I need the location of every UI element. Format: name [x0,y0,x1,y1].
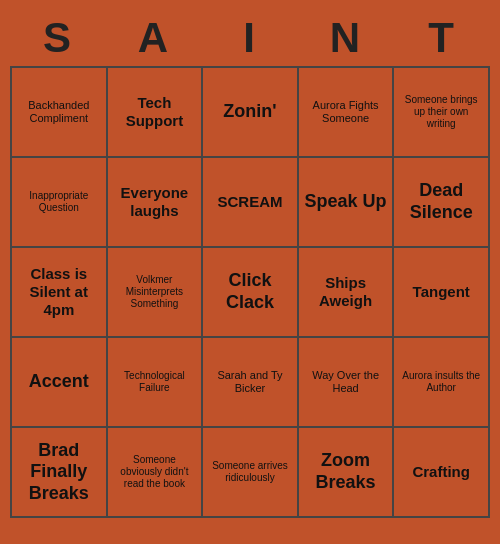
header-letter: I [202,10,298,66]
bingo-cell: Ships Aweigh [299,248,395,338]
cell-label: Zoom Breaks [303,450,389,493]
cell-label: Dead Silence [398,180,484,223]
cell-label: Someone obviously didn't read the book [112,454,198,490]
cell-label: Backhanded Compliment [16,99,102,125]
bingo-cell: Speak Up [299,158,395,248]
bingo-cell: Someone brings up their own writing [394,68,490,158]
cell-label: Aurora Fights Someone [303,99,389,125]
cell-label: Sarah and Ty Bicker [207,369,293,395]
bingo-cell: Tech Support [108,68,204,158]
bingo-cell: Crafting [394,428,490,518]
cell-label: Tangent [413,283,470,301]
bingo-cell: Zoom Breaks [299,428,395,518]
cell-label: Click Clack [207,270,293,313]
header-letter: A [106,10,202,66]
bingo-cell: Tangent [394,248,490,338]
bingo-cell: Aurora Fights Someone [299,68,395,158]
bingo-cell: SCREAM [203,158,299,248]
cell-label: Technological Failure [112,370,198,394]
header-letter: T [394,10,490,66]
bingo-cell: Inappropriate Question [12,158,108,248]
bingo-cell: Way Over the Head [299,338,395,428]
bingo-cell: Volkmer Misinterprets Something [108,248,204,338]
bingo-card: SAINT Backhanded ComplimentTech SupportZ… [10,10,490,518]
bingo-cell: Someone arrives ridiculously [203,428,299,518]
cell-label: Tech Support [112,94,198,130]
bingo-cell: Backhanded Compliment [12,68,108,158]
bingo-cell: Zonin' [203,68,299,158]
cell-label: SCREAM [217,193,282,211]
bingo-cell: Someone obviously didn't read the book [108,428,204,518]
bingo-cell: Brad Finally Breaks [12,428,108,518]
cell-label: Speak Up [305,191,387,213]
header-letter: S [10,10,106,66]
cell-label: Volkmer Misinterprets Something [112,274,198,310]
cell-label: Accent [29,371,89,393]
bingo-grid: Backhanded ComplimentTech SupportZonin'A… [10,66,490,518]
cell-label: Way Over the Head [303,369,389,395]
bingo-cell: Sarah and Ty Bicker [203,338,299,428]
header-letter: N [298,10,394,66]
bingo-cell: Technological Failure [108,338,204,428]
cell-label: Someone brings up their own writing [398,94,484,130]
cell-label: Brad Finally Breaks [16,440,102,505]
cell-label: Ships Aweigh [303,274,389,310]
cell-label: Zonin' [223,101,276,123]
bingo-cell: Aurora insults the Author [394,338,490,428]
header-row: SAINT [10,10,490,66]
cell-label: Inappropriate Question [16,190,102,214]
cell-label: Someone arrives ridiculously [207,460,293,484]
bingo-cell: Click Clack [203,248,299,338]
bingo-cell: Class is Silent at 4pm [12,248,108,338]
cell-label: Aurora insults the Author [398,370,484,394]
cell-label: Everyone laughs [112,184,198,220]
bingo-cell: Dead Silence [394,158,490,248]
cell-label: Crafting [412,463,470,481]
cell-label: Class is Silent at 4pm [16,265,102,319]
bingo-cell: Everyone laughs [108,158,204,248]
bingo-cell: Accent [12,338,108,428]
